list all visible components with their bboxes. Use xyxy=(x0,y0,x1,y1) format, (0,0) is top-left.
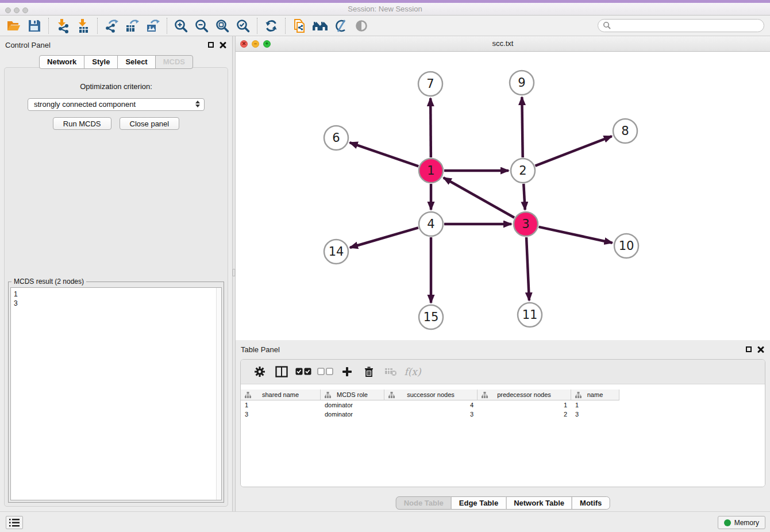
graph-node-11[interactable]: 11 xyxy=(518,303,542,327)
open-session-icon[interactable] xyxy=(3,17,24,35)
select-all-columns-icon[interactable] xyxy=(292,362,314,381)
export-image-icon[interactable] xyxy=(143,17,163,35)
zoom-fit-icon[interactable] xyxy=(212,17,233,35)
table-panel-title: Table Panel xyxy=(241,345,280,354)
import-network-icon[interactable] xyxy=(52,17,73,35)
svg-text:8: 8 xyxy=(621,124,629,138)
close-view-icon[interactable]: ✕ xyxy=(240,40,248,48)
maximize-window-icon[interactable] xyxy=(22,7,28,13)
network-titlebar[interactable]: ✕ − + scc.txt xyxy=(236,36,770,52)
network-canvas[interactable]: 7968124314101511 xyxy=(236,52,770,340)
mcds-result-text[interactable]: 1 3 xyxy=(10,287,222,500)
close-panel-icon[interactable] xyxy=(220,41,226,48)
window-controls[interactable] xyxy=(5,7,28,13)
graph-edge-3-10[interactable] xyxy=(538,227,612,243)
column-header-predecessor-nodes[interactable]: predecessor nodes xyxy=(478,390,571,400)
graph-edge-2-8[interactable] xyxy=(535,136,611,166)
select-stepper-icon xyxy=(195,101,200,107)
graph-node-15[interactable]: 15 xyxy=(419,305,443,329)
run-mcds-button[interactable]: Run MCDS xyxy=(53,117,111,130)
table-settings-gear-icon[interactable] xyxy=(249,362,271,381)
graph-node-10[interactable]: 10 xyxy=(614,234,638,258)
table-cell: dominator xyxy=(321,400,384,410)
mcds-result-group: MCDS result (2 nodes) 1 3 xyxy=(8,282,224,503)
column-header-mcds-role[interactable]: MCDS role xyxy=(321,390,384,400)
search-box[interactable] xyxy=(598,19,764,32)
clone-network-icon[interactable] xyxy=(289,17,310,35)
graph-edge-1-6[interactable] xyxy=(350,142,419,166)
close-panel-button[interactable]: Close panel xyxy=(120,117,180,130)
tab-node-table[interactable]: Node Table xyxy=(396,496,452,510)
zoom-out-icon[interactable] xyxy=(191,17,212,35)
graph-edge-2-9[interactable] xyxy=(522,97,522,157)
tab-motifs[interactable]: Motifs xyxy=(572,496,610,510)
tab-style[interactable]: Style xyxy=(84,55,118,69)
graph-node-9[interactable]: 9 xyxy=(510,71,534,95)
graph-node-2[interactable]: 2 xyxy=(511,159,535,183)
optimization-criterion-label: Optimization criterion: xyxy=(5,82,228,91)
graph-node-4[interactable]: 4 xyxy=(419,212,443,236)
table-row[interactable]: 1dominator411 xyxy=(241,400,765,410)
svg-text:9: 9 xyxy=(518,76,525,90)
delete-column-trash-icon[interactable] xyxy=(358,362,380,381)
table-row[interactable]: 3dominator323 xyxy=(241,410,765,419)
table-cell: 1 xyxy=(571,400,619,410)
export-table-icon[interactable] xyxy=(122,17,143,35)
graph-node-6[interactable]: 6 xyxy=(324,126,348,150)
memory-button[interactable]: Memory xyxy=(718,516,765,529)
graph-edge-4-14[interactable] xyxy=(350,228,418,248)
svg-text:6: 6 xyxy=(332,131,340,145)
tab-edge-table[interactable]: Edge Table xyxy=(451,496,506,510)
maximize-view-icon[interactable]: + xyxy=(263,40,271,48)
save-session-icon[interactable] xyxy=(24,17,45,35)
apply-layout-icon[interactable] xyxy=(261,17,282,35)
minimize-window-icon[interactable] xyxy=(14,7,20,13)
graph-node-3[interactable]: 3 xyxy=(514,212,538,236)
graph-edge-3-11[interactable] xyxy=(526,237,529,300)
result-scrollbar[interactable] xyxy=(216,288,221,500)
home-pair-icon[interactable] xyxy=(310,17,330,35)
close-table-panel-icon[interactable] xyxy=(757,346,764,353)
graph-node-7[interactable]: 7 xyxy=(418,72,442,96)
tab-network[interactable]: Network xyxy=(39,55,84,69)
tab-select[interactable]: Select xyxy=(117,55,155,69)
mcds-result-title: MCDS result (2 nodes) xyxy=(11,277,86,286)
search-icon xyxy=(603,21,611,30)
graph-edge-3-1[interactable] xyxy=(444,178,514,217)
tab-mcds[interactable]: MCDS xyxy=(155,55,193,69)
column-header-name[interactable]: name xyxy=(571,390,619,400)
list-icon xyxy=(9,519,20,527)
column-header-successor-nodes[interactable]: successor nodes xyxy=(384,390,478,400)
zoom-in-icon[interactable] xyxy=(171,17,191,35)
tab-network-table[interactable]: Network Table xyxy=(506,496,572,510)
zoom-selected-icon[interactable] xyxy=(233,17,253,35)
table-cell: 1 xyxy=(241,400,321,410)
table-toolbar: f(x) xyxy=(241,360,765,384)
main-toolbar xyxy=(0,16,770,36)
float-table-panel-icon[interactable] xyxy=(746,346,752,352)
table-cell: 4 xyxy=(384,400,478,410)
show-column-panel-icon[interactable] xyxy=(271,362,292,381)
show-graphics-icon[interactable] xyxy=(351,17,372,35)
graph-node-8[interactable]: 8 xyxy=(613,119,637,143)
deselect-all-columns-icon[interactable] xyxy=(314,362,336,381)
export-network-icon[interactable] xyxy=(101,17,122,35)
column-header-shared-name[interactable]: shared name xyxy=(241,390,321,400)
toolbar-separator xyxy=(285,18,286,34)
graph-node-14[interactable]: 14 xyxy=(324,240,348,264)
task-history-button[interactable] xyxy=(6,516,23,529)
graph-edge-1-7[interactable] xyxy=(430,98,431,157)
control-panel: Control Panel NetworkStyleSelectMCDS Opt… xyxy=(0,36,232,511)
minimize-view-icon[interactable]: − xyxy=(252,40,259,48)
close-window-icon[interactable] xyxy=(5,7,11,13)
criterion-select[interactable]: strongly connected component xyxy=(28,98,205,111)
search-input[interactable] xyxy=(611,20,764,31)
hide-graphics-icon[interactable] xyxy=(330,17,351,35)
graph-edge-2-3[interactable] xyxy=(523,184,525,210)
table-window: f(x) shared nameMCDS rolesuccessor nodes… xyxy=(240,359,765,487)
splitter-grip[interactable] xyxy=(233,269,235,276)
import-table-icon[interactable] xyxy=(73,17,94,35)
float-panel-icon[interactable] xyxy=(208,42,214,48)
create-column-plus-icon[interactable] xyxy=(336,362,358,381)
graph-node-1[interactable]: 1 xyxy=(419,159,443,183)
